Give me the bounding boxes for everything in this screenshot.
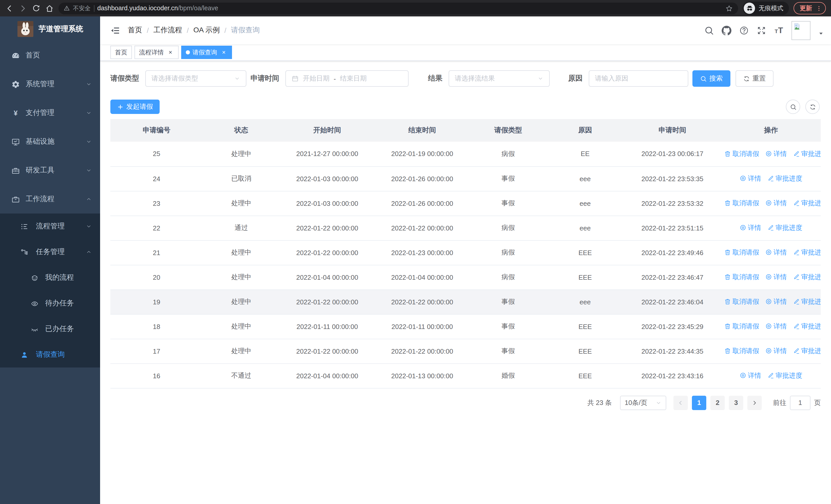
pen-icon — [793, 150, 800, 157]
reason-placeholder: 请输入原因 — [595, 74, 628, 83]
close-icon[interactable]: × — [167, 49, 174, 56]
progress-link[interactable]: 审批进度 — [793, 248, 821, 257]
progress-link[interactable]: 审批进度 — [767, 371, 802, 380]
cancel-link[interactable]: 取消请假 — [724, 347, 759, 356]
page-button-1[interactable]: 1 — [692, 395, 706, 410]
goto-page-input[interactable]: 1 — [790, 395, 810, 410]
cancel-link[interactable]: 取消请假 — [724, 199, 759, 208]
tab-请假查询[interactable]: 请假查询× — [181, 46, 232, 59]
progress-link[interactable]: 审批进度 — [793, 322, 821, 331]
reset-button[interactable]: 重置 — [736, 70, 774, 87]
detail-link[interactable]: 详情 — [765, 297, 787, 306]
cancel-link[interactable]: 取消请假 — [724, 322, 759, 331]
cancel-link[interactable]: 取消请假 — [724, 272, 759, 282]
detail-link[interactable]: 详情 — [765, 347, 787, 356]
search-button[interactable]: 搜索 — [692, 70, 730, 87]
toggle-search-button[interactable] — [786, 99, 800, 114]
detail-link-label: 详情 — [774, 347, 787, 356]
cell-actions: 取消请假详情审批进度 — [721, 191, 821, 215]
refresh-table-button[interactable] — [805, 99, 820, 114]
progress-link[interactable]: 审批进度 — [767, 223, 802, 233]
sidebar-logo[interactable]: 芋道管理系统 — [0, 17, 100, 41]
cell-status: 处理中 — [203, 314, 280, 339]
pen-icon — [767, 175, 774, 182]
avatar-caret-down-icon[interactable] — [818, 31, 824, 36]
sidebar-item-task-mgmt[interactable]: 任务管理 — [0, 239, 100, 265]
breadcrumb-item[interactable]: 工作流程 — [153, 26, 182, 35]
breadcrumb-item[interactable]: OA 示例 — [194, 26, 220, 35]
cancel-link[interactable]: 取消请假 — [724, 297, 759, 306]
sidebar-item-process-mgmt[interactable]: 流程管理 — [0, 213, 100, 239]
progress-link[interactable]: 审批进度 — [793, 272, 821, 282]
sidebar-item-home[interactable]: 首页 — [0, 41, 100, 70]
github-icon[interactable] — [722, 25, 732, 35]
detail-link[interactable]: 详情 — [765, 199, 787, 208]
browser-back-icon[interactable] — [5, 4, 14, 12]
reason-input[interactable]: 请输入原因 — [589, 70, 688, 87]
cell-id: 20 — [110, 265, 203, 290]
address-bar[interactable]: 不安全 dashboard.yudao.iocoder.cn/bpm/oa/le… — [58, 2, 738, 14]
sidebar-item-label: 工作流程 — [26, 195, 54, 204]
view-icon — [740, 373, 746, 379]
browser-reload-icon[interactable] — [32, 4, 40, 12]
detail-link[interactable]: 详情 — [765, 272, 787, 282]
sidebar-item-pay[interactable]: ¥支付管理 — [0, 98, 100, 127]
breadcrumb-item[interactable]: 首页 — [128, 26, 142, 35]
close-icon[interactable]: × — [220, 49, 227, 56]
tab-流程详情[interactable]: 流程详情× — [135, 46, 179, 59]
cancel-link[interactable]: 取消请假 — [724, 149, 759, 158]
result-select[interactable]: 请选择流结果 — [449, 70, 550, 87]
sidebar-item-workflow[interactable]: 工作流程 — [0, 185, 100, 213]
sidebar-item-infra[interactable]: 基础设施 — [0, 127, 100, 156]
header-search-icon[interactable] — [704, 25, 714, 35]
sidebar-item-todo-tasks[interactable]: 待办任务 — [0, 291, 100, 316]
tab-首页[interactable]: 首页 — [110, 46, 132, 59]
avatar[interactable] — [792, 21, 810, 40]
total-count-label: 共 23 条 — [588, 398, 612, 407]
sidebar-item-my-process[interactable]: 我的流程 — [0, 265, 100, 291]
page-button-2[interactable]: 2 — [710, 395, 725, 410]
help-icon[interactable] — [739, 25, 749, 35]
detail-link[interactable]: 详情 — [765, 149, 787, 158]
progress-link[interactable]: 审批进度 — [793, 199, 821, 208]
create-leave-button[interactable]: 发起请假 — [110, 99, 160, 114]
detail-link[interactable]: 详情 — [765, 248, 787, 257]
cell-leave-type: 事假 — [470, 339, 547, 363]
incognito-icon — [744, 3, 755, 14]
sidebar-item-system[interactable]: 系统管理 — [0, 70, 100, 98]
progress-link[interactable]: 审批进度 — [793, 149, 821, 158]
detail-link[interactable]: 详情 — [765, 322, 787, 331]
fullscreen-icon[interactable] — [756, 25, 766, 35]
progress-link[interactable]: 审批进度 — [793, 347, 821, 356]
bookmark-star-icon[interactable] — [725, 4, 733, 12]
result-label: 结果 — [428, 74, 442, 83]
progress-link[interactable]: 审批进度 — [767, 174, 802, 183]
view-icon — [765, 249, 772, 256]
cell-id: 17 — [110, 339, 203, 363]
progress-link[interactable]: 审批进度 — [793, 297, 821, 306]
cell-apply-time: 2022-01-22 23:49:46 — [624, 240, 721, 265]
prev-page-button[interactable] — [674, 395, 688, 410]
sidebar-item-done-tasks[interactable]: 已办任务 — [0, 316, 100, 342]
cancel-link-label: 取消请假 — [733, 199, 759, 208]
not-secure-warning-icon[interactable] — [64, 5, 70, 11]
browser-forward-icon[interactable] — [19, 4, 27, 12]
page-size-select[interactable]: 10条/页 — [620, 395, 666, 410]
browser-update-button[interactable]: 更新 — [794, 2, 826, 14]
detail-link[interactable]: 详情 — [740, 371, 761, 380]
browser-home-icon[interactable] — [45, 4, 54, 12]
sidebar-item-leave-query[interactable]: 请假查询 — [0, 342, 100, 367]
next-page-button[interactable] — [747, 395, 762, 410]
sidebar-item-devtools[interactable]: 研发工具 — [0, 156, 100, 185]
cancel-link[interactable]: 取消请假 — [724, 248, 759, 257]
detail-link[interactable]: 详情 — [740, 223, 761, 233]
hamburger-icon[interactable] — [110, 25, 120, 35]
browser-menu-icon[interactable] — [815, 5, 822, 11]
font-size-icon[interactable]: TT — [774, 25, 784, 35]
trash-icon — [724, 348, 731, 354]
detail-link[interactable]: 详情 — [740, 174, 761, 183]
leave-type-select[interactable]: 请选择请假类型 — [145, 70, 247, 87]
page-button-3[interactable]: 3 — [729, 395, 743, 410]
start-date-placeholder: 开始日期 — [303, 74, 329, 83]
apply-time-range-picker[interactable]: 开始日期 - 结束日期 — [285, 70, 408, 87]
